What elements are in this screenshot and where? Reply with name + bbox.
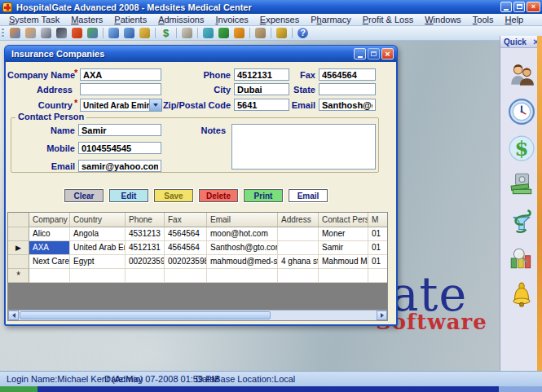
menu-expenses[interactable]: Expenses (254, 15, 305, 24)
menu-tools[interactable]: Tools (467, 15, 500, 24)
pharmacy-icon[interactable] (508, 208, 535, 236)
grid-column-header[interactable]: Company (29, 213, 70, 227)
grid-cell[interactable]: moon@hot.com (207, 227, 278, 241)
menu-patients[interactable]: Patients (108, 15, 152, 24)
print-button[interactable]: Print (244, 189, 283, 202)
star-user-icon[interactable] (275, 27, 289, 40)
grid-cell[interactable] (165, 269, 207, 283)
menu-system-task[interactable]: System Task (3, 15, 65, 24)
records-folder-icon[interactable] (122, 27, 136, 40)
grid-cell[interactable]: 01 (368, 227, 388, 241)
contact-mobile-field[interactable] (78, 142, 161, 154)
grid-cell[interactable]: AXA (29, 241, 70, 255)
notes-field[interactable] (231, 124, 376, 170)
grid-cell[interactable]: 4531213 (126, 227, 165, 241)
pharmacy-jug-icon[interactable] (201, 27, 215, 40)
minimize-icon[interactable] (500, 2, 512, 12)
scroll-left-icon[interactable] (8, 311, 19, 320)
dialog-close-icon[interactable]: × (381, 48, 394, 59)
grid-cell[interactable] (278, 227, 319, 241)
reminders-bell-icon[interactable] (508, 281, 535, 309)
grid-column-header[interactable]: Address (278, 213, 319, 227)
help-icon[interactable]: ? (296, 27, 310, 40)
grid-cell[interactable] (278, 241, 319, 255)
billing-dollar-icon[interactable]: $ (159, 27, 173, 40)
save-button[interactable]: Save (154, 189, 193, 202)
grid-column-header[interactable]: Country (70, 213, 126, 227)
grid-column-header[interactable]: Contact Person (319, 213, 368, 227)
grid-cell[interactable]: 4564564 (165, 227, 207, 241)
grid-cell[interactable]: 4 ghana street (278, 255, 319, 269)
menu-pharmacy[interactable]: Pharmacy (305, 15, 357, 24)
dialog-minimize-icon[interactable] (354, 48, 366, 59)
restore-icon[interactable] (513, 2, 525, 12)
grid-cell[interactable]: Mahmoud Maher Emam (319, 255, 368, 269)
grid-cell[interactable]: Santhosh@gto.com (207, 241, 278, 255)
dialog-maximize-icon[interactable] (368, 48, 380, 59)
scroll-right-icon[interactable] (377, 311, 387, 320)
grid-column-header[interactable]: Fax (165, 213, 207, 227)
assets-icon[interactable] (253, 27, 267, 40)
phone-field[interactable] (234, 68, 289, 81)
menu-windows[interactable]: Windows (419, 15, 467, 24)
grid-cell[interactable]: mahmoud@med-sites.com (207, 255, 278, 269)
grid-cell[interactable] (29, 269, 70, 283)
menu-masters[interactable]: Masters (65, 15, 108, 24)
grid-cell[interactable]: Next Care (29, 255, 70, 269)
appointments-clock-icon[interactable] (508, 98, 535, 126)
grid-cell[interactable]: United Arab Emirates (70, 241, 126, 255)
appointments-clock-icon[interactable] (107, 27, 121, 40)
row-selector[interactable] (8, 255, 29, 269)
dialog-titlebar[interactable]: Insurance Companies × (5, 46, 397, 62)
zip-field[interactable] (234, 99, 289, 111)
toolbar-grip-icon[interactable] (2, 29, 4, 38)
pharmacy-snake-icon[interactable] (217, 27, 231, 40)
menu-help[interactable]: Help (500, 15, 530, 24)
reports-chart-icon[interactable] (508, 244, 535, 272)
clear-button[interactable]: Clear (64, 189, 104, 202)
city-field[interactable] (234, 83, 289, 95)
grid-cell[interactable] (319, 269, 368, 283)
grid-cell[interactable]: Moner (319, 227, 368, 241)
row-selector-arrow-icon[interactable]: ▶ (8, 241, 29, 255)
menu-invoices[interactable]: Invoices (209, 15, 253, 24)
edit-record-icon[interactable] (39, 27, 53, 40)
grid-column-header[interactable]: Email (207, 213, 278, 227)
scroll-thumb[interactable] (20, 311, 271, 319)
email-field[interactable] (319, 99, 376, 111)
menu-admissions[interactable]: Admissions (152, 15, 209, 24)
grid-cell[interactable]: Samir (319, 241, 368, 255)
grid-cell[interactable]: 01 (368, 241, 388, 255)
prescription-pen-icon[interactable] (70, 27, 84, 40)
grid-column-header[interactable]: M (368, 213, 388, 227)
edit-button[interactable]: Edit (109, 189, 148, 202)
close-icon[interactable]: × (527, 2, 540, 12)
grid-cell[interactable]: 4564564 (165, 241, 207, 255)
patients-people-icon[interactable] (508, 61, 535, 89)
grid-hscrollbar[interactable] (8, 310, 387, 320)
grid-cell[interactable] (278, 269, 319, 283)
grid-column-header[interactable]: Phone (126, 213, 165, 227)
expenses-bag-icon[interactable] (232, 27, 246, 40)
contact-name-field[interactable] (78, 124, 161, 136)
grid-cell[interactable] (126, 269, 165, 283)
patient-icon[interactable] (24, 27, 37, 40)
grid-cell[interactable] (368, 269, 388, 283)
grid-cell[interactable]: Egypt (70, 255, 126, 269)
grid-cell[interactable]: 002023598554 (165, 255, 207, 269)
grid-cell[interactable] (207, 269, 278, 283)
injection-icon[interactable] (138, 27, 152, 40)
admit-patient-icon[interactable] (8, 27, 22, 40)
contact-email-field[interactable] (78, 160, 161, 172)
email-button[interactable]: Email (289, 189, 328, 202)
lab-test-icon[interactable] (55, 27, 68, 40)
cashbox-icon[interactable] (508, 171, 535, 199)
company-name-field[interactable] (80, 68, 161, 81)
inventory-box-icon[interactable] (180, 27, 194, 40)
delete-button[interactable]: Delete (199, 189, 238, 202)
row-selector[interactable] (8, 227, 29, 241)
grid-cell[interactable]: Angola (70, 227, 126, 241)
address-field[interactable] (80, 83, 161, 95)
menu-profit-loss[interactable]: Profit & Loss (357, 15, 419, 24)
billing-dollar-icon[interactable]: $ (508, 134, 535, 162)
